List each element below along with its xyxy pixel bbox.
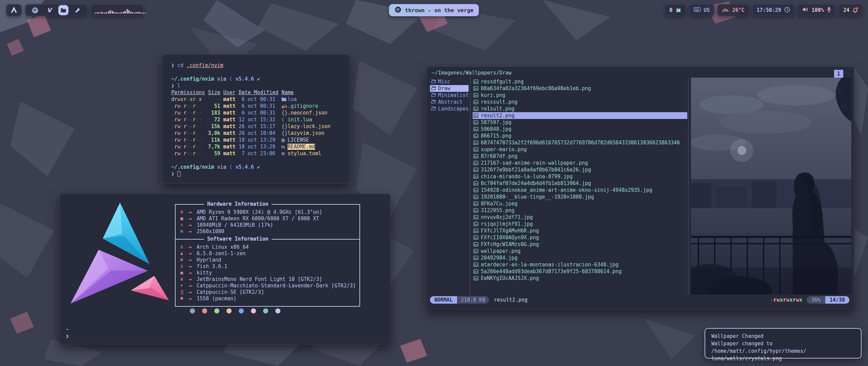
arrow-icon: → bbox=[189, 257, 197, 263]
terminal-line: ~/.config/nvim via ☾ v5.4.6 ✔ bbox=[171, 164, 350, 170]
prompt-path: ~ bbox=[66, 326, 69, 333]
file-row[interactable]: ressdfgult.png bbox=[473, 78, 687, 85]
fetch-info-value: Catppuccin-Macchiato-Standard-Lavender-D… bbox=[197, 283, 356, 289]
visualizer-bar bbox=[95, 13, 96, 14]
file-row[interactable]: 19201080-__blue-tinge__-1920×1080.jpg bbox=[473, 194, 687, 200]
file-row[interactable]: 866715.png bbox=[473, 133, 687, 139]
sidebar-item-landscapes[interactable]: Landscapes bbox=[430, 105, 469, 112]
launcher-button[interactable] bbox=[6, 4, 22, 16]
fetch-info-row: ✎→10948MiB / 64183MiB (17%) bbox=[180, 222, 359, 228]
folder-icon bbox=[281, 96, 288, 103]
sidebar-item-abstract[interactable]: Abstract bbox=[430, 99, 469, 105]
arrow-icon: → bbox=[189, 263, 197, 269]
file-row[interactable]: re1sult.png bbox=[473, 105, 687, 112]
fetch-terminal-window[interactable]: Hardware Information ⊡→AMD Ryzen 9 5900X… bbox=[59, 194, 391, 344]
workspace-files-icon[interactable] bbox=[58, 5, 68, 15]
notification-popup[interactable]: Wallpaper Changed Wallpaper changed to /… bbox=[705, 328, 862, 359]
file-row[interactable]: 08a634fa02a32364f69ebc86a98eb1eb.png bbox=[473, 85, 687, 92]
file-row[interactable]: rsjqojlmjhf91.jpg bbox=[473, 221, 687, 227]
image-file-icon bbox=[473, 134, 478, 138]
arrow-icon: → bbox=[189, 209, 197, 215]
file-row[interactable]: 87r687df.png bbox=[473, 153, 687, 160]
image-file-icon bbox=[473, 106, 478, 111]
image-file-icon bbox=[473, 120, 478, 125]
audio-visualizer bbox=[91, 4, 144, 16]
workspace-switcher: V bbox=[25, 4, 87, 16]
fetch-info-row: ♟→6.5.8-zen1-1-zen bbox=[180, 250, 359, 257]
rainbow-icon bbox=[722, 7, 729, 13]
terminal-line: ❯ bbox=[171, 170, 350, 177]
file-row[interactable]: 596848.jpg bbox=[473, 126, 687, 133]
file-row[interactable]: wallpaper.png bbox=[473, 248, 687, 255]
workspace-design-icon[interactable] bbox=[72, 5, 82, 15]
fetch-info-value: kitty bbox=[197, 270, 212, 276]
file-permissions: -rwxrwxrwx bbox=[770, 297, 802, 303]
image-file-icon bbox=[473, 256, 478, 260]
workspace-browser-icon[interactable] bbox=[30, 5, 40, 15]
notification-title: Wallpaper Changed bbox=[711, 332, 855, 340]
tray-volume[interactable]: 100% bbox=[797, 4, 836, 16]
file-row[interactable]: kurz.png bbox=[473, 92, 687, 99]
terminal-line bbox=[171, 157, 350, 164]
column-divider bbox=[688, 78, 689, 294]
file-row[interactable]: 3126f7e9bbf21a8a4af0b67b041c6e26.jpg bbox=[473, 166, 687, 173]
tray-weather[interactable]: 26°C bbox=[717, 4, 749, 16]
terminal-window[interactable]: ❯ cd .config/nvim ~/.config/nvim via ☾ v… bbox=[162, 54, 350, 184]
tray-github-notifications[interactable]: 0 bbox=[665, 4, 686, 16]
fetch-info-value: Arch Linux x86_64 bbox=[197, 244, 249, 250]
fetch-info-row: ➤→Catppuccin-Macchiato-Standard-Lavender… bbox=[180, 282, 359, 289]
file-manager-window[interactable]: ~/Imagenes/Wallpapers/Draw 1 MiscDrawMin… bbox=[426, 66, 854, 309]
terminal-line: ~/.config/nvim via ☾ v5.4.6 ✔ bbox=[171, 76, 350, 82]
clockic-icon bbox=[784, 7, 790, 14]
git-icon: git bbox=[281, 103, 288, 110]
keyboard-icon bbox=[694, 7, 701, 13]
sidebar-item-minimalist[interactable]: Minimalist bbox=[430, 92, 469, 99]
tab-badge[interactable]: 1 bbox=[834, 70, 843, 78]
status-filename: result2.png bbox=[494, 297, 527, 303]
file-row[interactable]: nnvuv0xj2df71.jpg bbox=[473, 214, 687, 221]
tray-keyboard-layout[interactable]: US bbox=[689, 4, 714, 16]
file-row[interactable]: 68747470733a2f2f696d616765732d7769786d70… bbox=[473, 139, 687, 146]
visualizer-bar bbox=[124, 11, 126, 14]
file-row[interactable]: 154928-odinokoe_anime-art-anime-okno-sin… bbox=[473, 187, 687, 194]
file-row[interactable]: result2.png bbox=[473, 112, 687, 119]
tray-clock[interactable]: 17:50:29 bbox=[752, 4, 795, 16]
tray-updates[interactable]: 24 bbox=[839, 4, 863, 16]
file-row[interactable]: 587597.jpg bbox=[473, 119, 687, 126]
file-row[interactable]: atardecer-en-la-montanas-ilustracion-634… bbox=[473, 261, 687, 268]
file-row[interactable]: chica-mirando-la-luna-8799.jpg bbox=[473, 173, 687, 180]
file-row[interactable]: 5a266e448add93deab367d87173e9f25-6837886… bbox=[473, 268, 687, 275]
file-position-badge: 14/38 bbox=[825, 296, 849, 304]
hardware-section-title: Hardware Information bbox=[204, 201, 272, 207]
file-row[interactable]: resssult.png bbox=[473, 99, 687, 105]
status-right: -rwxrwxrwx 36% 14/38 bbox=[770, 296, 849, 304]
image-file-icon bbox=[473, 201, 478, 206]
visualizer-bar bbox=[97, 12, 98, 14]
file-row[interactable]: EeNKYgIUcAAJ5JX.png bbox=[473, 275, 687, 282]
terminal-color-palette bbox=[190, 308, 280, 313]
arrow-icon: → bbox=[189, 270, 197, 276]
file-row[interactable]: 8FKa7Cu.jpeg bbox=[473, 200, 687, 207]
file-row[interactable]: super-mario.png bbox=[473, 146, 687, 153]
media-player-widget[interactable]: thrown - on the verge bbox=[389, 4, 479, 16]
fetch-info-value: 10948MiB / 64183MiB (17%) bbox=[197, 222, 273, 228]
file-row[interactable]: FXfcHgcWIAMzs0G.png bbox=[473, 241, 687, 248]
terminal-line: drwxr-xr-x - matt 6 oct 00:31 lua bbox=[171, 96, 350, 103]
sidebar-item-misc[interactable]: Misc bbox=[430, 78, 469, 85]
sidebar-item-draw[interactable]: Draw bbox=[430, 85, 469, 92]
file-row[interactable]: FXfcII0X0AQyn9X.png bbox=[473, 234, 687, 241]
file-row[interactable]: 3122955.png bbox=[473, 207, 687, 214]
image-file-icon bbox=[473, 127, 478, 131]
file-row[interactable]: FXfcJlTXgAMvH6R.png bbox=[473, 227, 687, 234]
image-file-icon bbox=[473, 262, 478, 267]
text-curs bbox=[177, 171, 180, 177]
file-row[interactable]: 217167-sad-anime-rain-wallpaper.png bbox=[473, 160, 687, 166]
file-row[interactable]: 0c794faf07de24a4db4d4fb1eb813964.jpg bbox=[473, 180, 687, 187]
fetch-info-value: Hyprland bbox=[197, 257, 221, 263]
fetch-info-row: ▣→kitty bbox=[180, 269, 359, 276]
software-section-title: Software Information bbox=[204, 236, 272, 242]
tray-volume-label: 100% bbox=[812, 7, 824, 13]
system-tray: 0US26°C17:50:29100%24 bbox=[665, 0, 863, 12]
workspace-editor-icon[interactable]: V bbox=[44, 5, 54, 15]
file-row[interactable]: 20492984.jpg bbox=[473, 255, 687, 261]
